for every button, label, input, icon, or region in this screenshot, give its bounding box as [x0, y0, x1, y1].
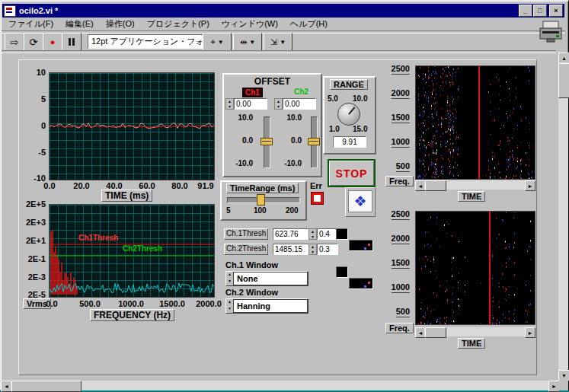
range-title: RANGE — [330, 79, 368, 90]
reorder-dropdown[interactable]: ⇲▼ — [264, 33, 292, 51]
stop-button-label: STOP — [336, 167, 368, 180]
range-knob[interactable] — [337, 103, 360, 126]
time-axis-label: TIME — [458, 191, 485, 202]
scrollbar-thumb[interactable] — [558, 63, 569, 98]
scrollbar-thumb[interactable] — [425, 327, 446, 338]
spinner-icon[interactable]: ▲▼ — [225, 98, 234, 110]
ch1-window-label: Ch.1 Window — [225, 260, 278, 269]
menu-file[interactable]: ファイル(F) — [2, 18, 59, 30]
timerange-slider-handle[interactable] — [257, 194, 265, 206]
distribute-dropdown[interactable]: ⇹▼ — [233, 33, 262, 51]
desktop: ocilo2.vi * _ □ × ファイル(F) 編集(E) 操作(O) プロ… — [0, 0, 569, 392]
pause-icon — [69, 38, 75, 46]
y-tick-label: -5 — [23, 148, 46, 157]
window-title: ocilo2.vi * — [19, 6, 518, 15]
ch2-offset-value[interactable]: 0.00 — [283, 98, 316, 110]
ch1-label: Ch1 — [242, 88, 263, 97]
menu-operate[interactable]: 操作(O) — [100, 18, 141, 30]
stop-dot-icon: ● — [50, 37, 56, 46]
ch2-window-label: Ch.2 Window — [225, 288, 278, 297]
stop-button[interactable]: STOP — [328, 159, 376, 187]
knob-pointer-icon — [348, 107, 355, 114]
ch1-offset-value[interactable]: 0.00 — [234, 98, 267, 110]
scroll-down-icon[interactable]: ▼ — [558, 370, 569, 381]
ch1-thresh-level[interactable]: 0.4 — [317, 228, 338, 240]
err-indicator — [312, 193, 323, 204]
font-selector[interactable]: 12pt アプリケーション・フォント — [88, 34, 206, 49]
spinner-icon[interactable]: ▲▼ — [226, 299, 233, 313]
ch1-window-value: None — [233, 272, 308, 285]
spectrogram-1-scrollbar[interactable]: ◄ ► — [415, 180, 534, 190]
spinner-icon[interactable]: ▲▼ — [274, 98, 283, 110]
y-tick-label: 2500 — [384, 209, 410, 218]
ch2-thresh-freq: 1485.15 — [273, 244, 311, 255]
pause-button[interactable] — [62, 33, 82, 51]
spectrogram-2-scrollbar[interactable]: ◄ ► — [415, 327, 534, 336]
y-tick-label: 2500 — [384, 64, 410, 73]
frequency-graph-title: FREQUENCY (Hz) — [90, 309, 174, 321]
x-tick-label: 0.0 — [38, 181, 61, 190]
x-tick-label: 20.0 — [69, 181, 94, 190]
scrollbar-track[interactable] — [558, 62, 568, 370]
menu-edit[interactable]: 編集(E) — [59, 18, 100, 30]
y-tick-label: 2000 — [384, 234, 410, 243]
maximize-button[interactable]: □ — [533, 5, 547, 17]
y-tick-label: 2000 — [384, 88, 410, 97]
scrollbar-track[interactable] — [11, 381, 548, 390]
spinner-icon[interactable]: ▲▼ — [226, 272, 233, 285]
freq-axis-label: Freq. — [385, 176, 414, 186]
diamond-button[interactable]: ❖ — [345, 187, 376, 217]
scrollbar-thumb[interactable] — [11, 381, 82, 392]
ch2-thresh-label: Ch.2Thresh — [224, 244, 268, 255]
chevron-down-icon: ▼ — [218, 39, 224, 46]
diamond-icon: ❖ — [353, 193, 366, 210]
ch1-offset-slider-handle[interactable] — [261, 138, 273, 145]
ch2-thresh-level-field[interactable]: ▲▼ 0.3 — [308, 244, 338, 255]
slider-tick-label: 0.0 — [230, 136, 253, 145]
abort-button[interactable]: ● — [43, 33, 62, 51]
window-hscrollbar[interactable]: ◄ ► — [1, 381, 558, 390]
ch1-color-box[interactable] — [336, 228, 348, 240]
scroll-right-icon[interactable]: ► — [525, 180, 535, 191]
spinner-icon[interactable]: ▲▼ — [308, 244, 317, 255]
range-value[interactable]: 9.91 — [333, 136, 366, 148]
time-axis-label: TIME — [458, 338, 485, 349]
ch2-color-box[interactable] — [336, 266, 348, 278]
window-vscrollbar[interactable]: ▲ ▼ — [558, 53, 568, 380]
y-tick-label: 2E-1 — [20, 254, 46, 263]
ch1-offset-field[interactable]: ▲▼ 0.00 — [225, 98, 267, 110]
spectrogram-1-plot — [415, 65, 535, 180]
close-button[interactable]: × — [549, 5, 563, 17]
scrollbar-thumb[interactable] — [425, 180, 446, 191]
x-tick-label: 0.0 — [43, 299, 61, 308]
chevron-down-icon: ▼ — [249, 39, 255, 46]
scroll-right-icon[interactable]: ► — [525, 327, 535, 338]
range-panel: RANGE 5.0 10.0 1.0 15.0 9.91 — [323, 76, 376, 155]
menu-help[interactable]: ヘルプ(H) — [284, 18, 334, 30]
font-selector-value: 12pt アプリケーション・フォント — [91, 36, 206, 47]
ch1-thresh-level-field[interactable]: ▲▼ 0.4 — [308, 228, 338, 240]
knob-tick-label: 10.0 — [353, 94, 367, 103]
ch1-threshold-annotation: Ch1Thresh — [78, 234, 118, 242]
err-label: Err — [310, 181, 322, 190]
menu-windows[interactable]: ウィンドウ(W) — [216, 18, 284, 30]
chevron-down-icon: ▼ — [280, 39, 286, 46]
ch2-offset-slider-handle[interactable] — [308, 138, 320, 145]
ch2-thresh-level[interactable]: 0.3 — [317, 244, 338, 255]
ch2-offset-field[interactable]: ▲▼ 0.00 — [274, 98, 316, 110]
y-tick-label: 1000 — [384, 137, 410, 146]
y-tick-label: 0 — [23, 121, 46, 130]
run-continuous-button[interactable]: ⟳ — [24, 33, 43, 51]
menu-project[interactable]: プロジェクト(P) — [141, 18, 216, 30]
vi-icon — [4, 5, 16, 17]
spinner-icon[interactable]: ▲▼ — [308, 228, 317, 240]
frequency-graph-plot: Ch1Thresh Ch2Thresh — [49, 204, 215, 298]
freq-axis-label: Freq. — [385, 323, 414, 333]
y-tick-label: 2E+5 — [20, 199, 46, 209]
ch2-window-select[interactable]: ▲▼ Hanning — [225, 298, 308, 314]
run-button[interactable]: ⇨ — [5, 33, 24, 51]
align-dropdown[interactable]: ⌖▼ — [203, 33, 232, 51]
ch1-window-select[interactable]: ▲▼ None — [225, 271, 308, 286]
minimize-button[interactable]: _ — [519, 5, 532, 17]
x-tick-label: 2000.0 — [190, 299, 227, 308]
